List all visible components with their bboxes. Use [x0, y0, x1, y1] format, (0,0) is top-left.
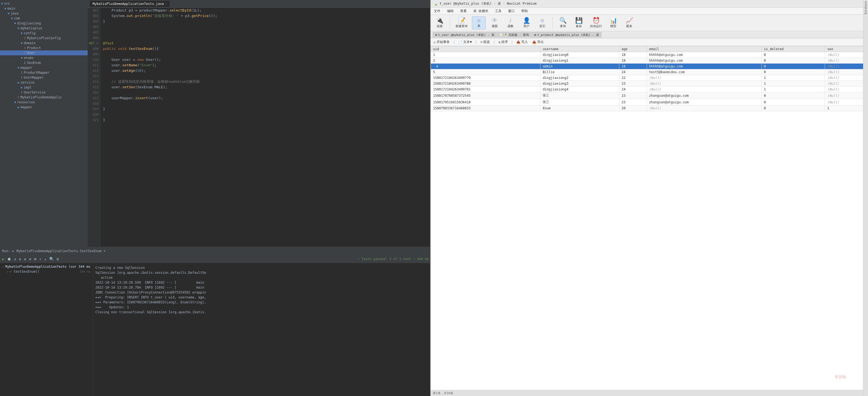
text-icon: 📄 [458, 40, 462, 44]
run-up-btn[interactable]: ↑ [38, 256, 42, 262]
tree-item-config[interactable]: ▼ config [0, 31, 88, 36]
table-row[interactable]: ▶4admin18hhhhh@atguigu.com0(Null) [431, 64, 868, 69]
editor-tab-active[interactable]: MybatisPlusDemoApplicationTests.java × [90, 1, 169, 7]
cell-sex: (Null) [825, 81, 868, 87]
tree-item-mybatisplus[interactable]: ▼ mybatisplus [0, 26, 88, 31]
tab-product-table-icon: ⊞ [534, 33, 536, 37]
run-sort2-btn[interactable]: ⇵ [23, 256, 27, 262]
code-content: Product p3 = productMapper.selectById(1L… [101, 8, 430, 247]
tab-t-product[interactable]: ⊞ t_product @mybatis_plus (本机) - 表 [532, 32, 601, 37]
table-row[interactable]: 2dingjiaxiong118hhhhh@atguigu.com0(Null) [431, 58, 868, 64]
run-settings-btn[interactable]: ⚙ [56, 256, 60, 262]
toolbar-query-btn[interactable]: 🔍 查询 [556, 17, 570, 29]
tree-item-mybatisplusdemo[interactable]: C MybatisPlusDemoApplic [0, 95, 88, 100]
cell-username: Billie [540, 69, 619, 75]
action-filter[interactable]: ▽ 筛选 [479, 39, 491, 45]
navicat-app-icon: 🍃 [434, 2, 438, 6]
toolbar-view-btn[interactable]: 👁 视图 [488, 17, 501, 29]
tree-item-domain[interactable]: ▼ domain [0, 40, 88, 45]
interface-file-icon: I [21, 76, 23, 80]
table-row[interactable]: 1580172104263499779dingjiaxiong222(Null)… [431, 75, 868, 81]
toolbar-autorun-btn[interactable]: ⏰ 自动运行 [588, 17, 604, 29]
close-tab-icon[interactable]: × [165, 2, 167, 5]
run-play-btn[interactable]: ▶ [1, 256, 5, 262]
col-header-email[interactable]: email [647, 46, 762, 52]
toolbar-newquery-btn[interactable]: 📝 新建查询 [453, 17, 470, 29]
tree-item-dingjiaxiong[interactable]: ▼ dingjiaxiong [0, 21, 88, 26]
cell-age: 24 [619, 69, 647, 75]
action-text[interactable]: 📄 文本▼ [457, 39, 473, 45]
run-parent-item[interactable]: ✓ MybatisPlusDemoApplicationTests (cor 3… [1, 264, 92, 269]
tree-item-main[interactable]: ▼ main [0, 6, 88, 11]
watermark: 辛苦啦 [835, 375, 846, 379]
folder-icon: ▼ [14, 22, 16, 25]
class-file-icon: C [24, 51, 26, 55]
col-header-is-deleted[interactable]: is_deleted [762, 46, 825, 52]
table-row[interactable]: 1580790336716460033Enum20(Null)01 [431, 105, 868, 111]
table-row[interactable]: 1580172104263499780dingjiaxiong323(Null)… [431, 81, 868, 87]
run-down-btn[interactable]: ↓ [43, 256, 48, 262]
run-tab-label[interactable]: MybatisPlusDemoApplicationTests.testSexE… [17, 249, 105, 253]
col-header-sex[interactable]: sex [825, 46, 868, 52]
table-row[interactable]: 1580179516815036418张三23zhangsan@atguigu.… [431, 99, 868, 105]
toolbar-chart-btn[interactable]: 📈 图表 [622, 17, 636, 29]
menu-file[interactable]: 文件 [433, 8, 441, 14]
tree-item-userservice[interactable]: I UserService [0, 90, 88, 95]
table-row[interactable]: 1580178788587372545张三23zhangsan@atguigu.… [431, 92, 868, 99]
class-file-icon: C [24, 46, 26, 50]
toolbar-function-btn[interactable]: ƒ 函数 [504, 17, 518, 29]
cell-username: dingjiaxiong2 [540, 75, 619, 81]
toolbar-connect-btn[interactable]: 🔌 连接 [433, 17, 446, 29]
action-import[interactable]: 📥 导入 [515, 39, 529, 45]
tree-item-com[interactable]: ▼ com [0, 16, 88, 21]
file-tree: ▼ src ▼ main ▼ java ▼ com ▼ dingjiax [0, 0, 88, 247]
table-row[interactable]: 1dingjiaxiong018hhhhh@atguigu.com0(Null) [431, 52, 868, 58]
tree-item-src[interactable]: ▼ src [0, 1, 88, 6]
tab-query[interactable]: 📝 * 无标题 - 查询 [497, 32, 531, 37]
menu-table-favorites[interactable]: 表 收藏夹 [472, 8, 490, 14]
tree-item-impl[interactable]: ▶ impl [0, 85, 88, 90]
tree-item-java[interactable]: ▼ java [0, 11, 88, 16]
tree-item-mapper2[interactable]: ▶ mapper [0, 105, 88, 110]
table-row[interactable]: 1580172104263499781dingjiaxiong424(Null)… [431, 87, 868, 92]
toolbar-model-btn[interactable]: 📊 模型 [607, 17, 620, 29]
toolbar-user-btn[interactable]: 👤 用户 [520, 17, 533, 29]
tree-item-resources[interactable]: ▼ resources [0, 100, 88, 105]
navicat-table-container[interactable]: uid username age email is_deleted sex 1d… [431, 46, 868, 390]
toolbar-backup-btn[interactable]: 💾 备份 [572, 17, 586, 29]
tree-item-usermapper[interactable]: I UserMapper [0, 75, 88, 80]
tree-item-service[interactable]: ▶ service [0, 80, 88, 85]
action-sort[interactable]: ⇅ 排序 [497, 39, 509, 45]
tab-t-user[interactable]: ⊞ t_user @mybatis_plus (本机) - 表 [433, 32, 497, 37]
tree-item-product[interactable]: C Product [0, 45, 88, 51]
run-search-btn[interactable]: 🔍 [48, 256, 55, 262]
tree-item-mapper[interactable]: ▼ mapper [0, 65, 88, 70]
col-header-uid[interactable]: uid [431, 46, 540, 52]
action-export[interactable]: 📤 导出 [531, 39, 545, 45]
action-begin-transaction[interactable]: ▷ 开始事务 [433, 39, 451, 45]
tree-item-productmapper[interactable]: I ProductMapper [0, 70, 88, 75]
run-list-btn[interactable]: ≡ [28, 256, 32, 262]
run-rerun-btn[interactable]: ↺ [12, 256, 17, 262]
menu-window[interactable]: 窗口 [507, 8, 516, 14]
menu-tools[interactable]: 工具 [494, 8, 503, 14]
col-header-age[interactable]: age [619, 46, 647, 52]
folder-icon: ▶ [21, 86, 23, 89]
cell-age: 18 [619, 58, 647, 64]
code-editor[interactable]: 401 402 403 404 405 406 407 ➤ 408 409 41… [88, 8, 430, 247]
toolbar-other-btn[interactable]: ⚙ 其它 [535, 17, 549, 29]
run-stop-btn[interactable]: ⏹ [6, 256, 12, 262]
tree-item-sexenum[interactable]: E SexEnum [0, 60, 88, 65]
table-row[interactable]: 5Billie24test5@baomidou.com0(Null) [431, 69, 868, 75]
menu-edit[interactable]: 编辑 [446, 8, 455, 14]
run-collapse-btn[interactable]: ⊞ [33, 256, 37, 262]
tree-item-user[interactable]: C User [0, 51, 88, 55]
tree-item-mybatisplusconfig[interactable]: C MybatisPlusConfig [0, 36, 88, 40]
menu-help[interactable]: 帮助 [520, 8, 529, 14]
toolbar-table-btn[interactable]: ⊞ 表 [472, 17, 486, 29]
menu-view[interactable]: 查看 [459, 8, 468, 14]
run-sort-btn[interactable]: ⇅ [18, 256, 22, 262]
run-child-item[interactable]: ✓ ✓ testSexEnum() 344 ms [1, 269, 92, 274]
col-header-username[interactable]: username [540, 46, 619, 52]
tree-item-enums[interactable]: ▼ enums [0, 55, 88, 60]
